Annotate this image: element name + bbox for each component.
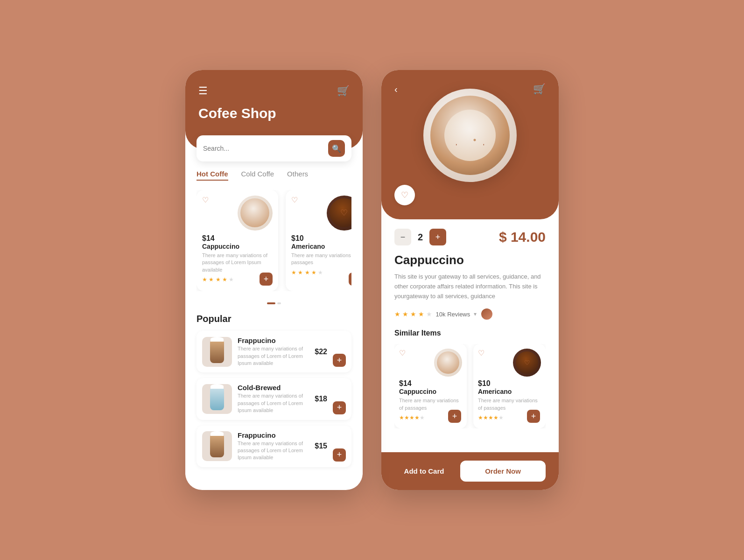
- favorite-button-large[interactable]: ♡: [394, 185, 415, 205]
- popular-item2-info: Cold-Brewed There are many variations of…: [238, 384, 315, 414]
- featured-cards-row: ♡ $14 Cappuccino There are many variatio…: [197, 190, 351, 291]
- popular-item3-info: Frappucino There are many variations of …: [238, 431, 315, 462]
- star-empty: ★: [420, 414, 425, 421]
- add-frappucino2-button[interactable]: +: [333, 448, 346, 462]
- popular-item1-name: Frappucino: [238, 336, 315, 344]
- card2-name: Americano: [291, 243, 351, 250]
- qty-price-row: − 2 + $ 14.00: [394, 229, 546, 245]
- star5: ★: [318, 269, 323, 276]
- popular-item3-desc: There are many variations of passages of…: [238, 440, 315, 462]
- popular-item1-info: Frappucino There are many variations of …: [238, 336, 315, 367]
- similar1-cup-inner: [437, 351, 459, 374]
- star3: ★: [305, 269, 310, 276]
- menu-icon[interactable]: ☰: [198, 85, 208, 97]
- product-title: Cappuccino: [394, 253, 546, 267]
- rating-stars: ★ ★ ★ ★ ★: [394, 310, 432, 318]
- star4: ★: [311, 269, 316, 276]
- tab-cold-coffee[interactable]: Cold Coffe: [241, 170, 274, 181]
- add-similar1-button[interactable]: +: [448, 410, 461, 423]
- add-to-card-button[interactable]: Add to Card: [394, 467, 454, 475]
- star4: ★: [418, 310, 424, 318]
- popular-item2-desc: There are many variations of passages of…: [238, 392, 315, 414]
- frapp2-icon: [210, 435, 224, 457]
- screen2-cart-icon[interactable]: 🛒: [533, 83, 546, 95]
- add-frappucino-button[interactable]: +: [333, 354, 346, 367]
- similar-items-row: ♡ $14 Cappuccino There are many variatio…: [394, 344, 546, 428]
- card1-top: ♡: [202, 196, 273, 231]
- card1-desc: There are many variations of passages of…: [202, 252, 273, 273]
- favorite-icon[interactable]: ♡: [202, 196, 209, 204]
- search-input[interactable]: [203, 145, 328, 152]
- similar2-name: Americano: [478, 388, 541, 395]
- hero-coffee-cup: [423, 89, 517, 182]
- coffee-speckles: [456, 121, 484, 149]
- popular-item3-name: Frappucino: [238, 431, 315, 439]
- tab-bar: Hot Coffe Cold Coffe Others: [197, 170, 351, 181]
- order-now-button[interactable]: Order Now: [460, 461, 546, 482]
- popular-item-cold-brewed: Cold-Brewed There are many variations of…: [197, 378, 351, 420]
- star3: ★: [216, 276, 221, 283]
- star5-empty: ★: [426, 310, 432, 318]
- add-cold-brewed-button[interactable]: +: [333, 401, 346, 414]
- popular-item2-name: Cold-Brewed: [238, 384, 315, 392]
- add-americano-button[interactable]: +: [349, 273, 351, 286]
- carousel-dots: [197, 302, 351, 304]
- star2: ★: [209, 276, 214, 283]
- star5: ★: [229, 276, 234, 283]
- featured-card-cappuccino: ♡ $14 Cappuccino There are many variatio…: [197, 190, 278, 291]
- quantity-value: 2: [418, 232, 423, 243]
- cold-brew-icon: [210, 388, 224, 410]
- tab-others[interactable]: Others: [287, 170, 308, 181]
- add-similar2-button[interactable]: +: [527, 410, 540, 423]
- similar2-top: ♡ ♡: [478, 349, 541, 377]
- frappucino-image: [202, 337, 232, 367]
- similar1-favorite[interactable]: ♡: [399, 349, 406, 377]
- screen1-header: ☰ 🛒 Cofee Shop 🔍: [185, 70, 363, 149]
- reviews-dropdown-icon[interactable]: ▾: [474, 311, 477, 317]
- increase-quantity-button[interactable]: +: [429, 229, 446, 245]
- featured-card-americano: ♡ ♡ $10 Americano There are many variati…: [286, 190, 351, 291]
- add-cappuccino-button[interactable]: +: [260, 273, 273, 286]
- card2-price: $10: [291, 234, 351, 243]
- favorite-icon-2[interactable]: ♡: [291, 196, 298, 204]
- screen2-footer: Add to Card Order Now: [381, 452, 559, 490]
- product-description: This site is your gateway to all service…: [394, 272, 546, 301]
- card1-name: Cappuccino: [202, 243, 273, 250]
- latte-art: ♡: [340, 208, 348, 218]
- search-button[interactable]: 🔍: [328, 140, 345, 157]
- similar2-favorite[interactable]: ♡: [478, 349, 484, 377]
- top-bar: ☰ 🛒: [198, 85, 350, 97]
- star4: ★: [222, 276, 227, 283]
- screen2-phone: ‹ 🛒 ♡ − 2 + $ 14.00 Cappuccino This: [381, 70, 559, 490]
- frapp-icon: [210, 341, 224, 363]
- star1: ★: [202, 276, 207, 283]
- search-icon: 🔍: [332, 144, 341, 153]
- reviewer-avatar: [480, 308, 493, 321]
- similar1-price: $14: [399, 379, 462, 388]
- cart-icon[interactable]: 🛒: [337, 85, 350, 97]
- search-bar: 🔍: [197, 135, 351, 161]
- dot-inactive: [277, 302, 281, 304]
- review-count: 10k Reviews: [436, 311, 470, 318]
- popular-item-frappucino: Frappucino There are many variations of …: [197, 331, 351, 372]
- shop-title: Cofee Shop: [198, 105, 350, 121]
- similar-card-cappuccino: ♡ $14 Cappuccino There are many variatio…: [394, 344, 467, 428]
- cup-inner: [240, 198, 269, 227]
- similar2-latte-art: ♡: [524, 359, 530, 366]
- frappucino2-image: [202, 431, 232, 461]
- star-empty: ★: [498, 414, 504, 421]
- similar2-price: $10: [478, 379, 541, 388]
- popular-item1-desc: There are many variations of passages of…: [238, 345, 315, 367]
- star2: ★: [298, 269, 303, 276]
- tab-hot-coffee[interactable]: Hot Coffe: [197, 170, 228, 181]
- quantity-controls: − 2 +: [394, 229, 446, 245]
- back-button[interactable]: ‹: [394, 83, 398, 95]
- popular-item-frappucino2: Frappucino There are many variations of …: [197, 426, 351, 467]
- heart-icon-large: ♡: [401, 190, 408, 200]
- similar1-cup: [434, 349, 462, 377]
- popular-title: Popular: [197, 314, 351, 324]
- review-row: ★ ★ ★ ★ ★ 10k Reviews ▾: [394, 308, 546, 321]
- product-price: $ 14.00: [499, 229, 546, 245]
- decrease-quantity-button[interactable]: −: [394, 229, 411, 245]
- screen1-phone: ☰ 🛒 Cofee Shop 🔍 Hot Coffe Cold Coffe Ot…: [185, 70, 363, 490]
